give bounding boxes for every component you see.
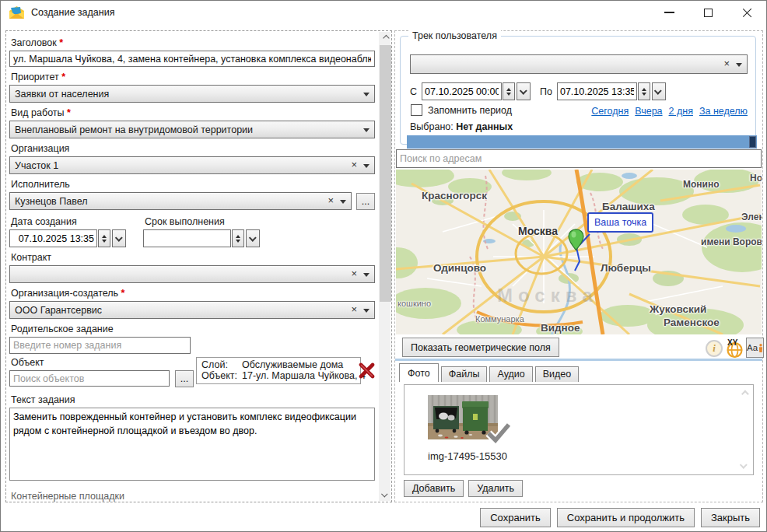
chevron-down-icon xyxy=(363,128,369,135)
map-town: Москва xyxy=(518,225,558,237)
clear-icon[interactable] xyxy=(351,270,357,278)
delete-photo-button[interactable]: Удалить xyxy=(468,480,523,497)
object-browse-button[interactable]: ... xyxy=(175,370,194,387)
track-user-select[interactable] xyxy=(410,54,748,74)
remember-period-checkbox[interactable] xyxy=(411,104,422,116)
remove-object-icon[interactable] xyxy=(358,362,375,380)
minimize-button[interactable] xyxy=(650,1,688,24)
parent-task-input[interactable] xyxy=(9,337,191,354)
contract-label: Контракт xyxy=(11,252,375,263)
creation-date-label: Дата создания xyxy=(11,216,135,227)
creation-date-calendar-button[interactable] xyxy=(112,229,126,247)
labels-toggle-button[interactable]: Aa xyxy=(746,338,764,358)
save-button[interactable]: Сохранить xyxy=(480,508,551,527)
title-input[interactable] xyxy=(9,51,375,67)
track-to-spinner[interactable] xyxy=(638,82,650,100)
contract-select[interactable] xyxy=(9,265,375,283)
scroll-down-icon[interactable] xyxy=(379,488,391,501)
map-town: Жуковский xyxy=(650,303,706,315)
parent-task-label: Родительское задание xyxy=(11,324,375,334)
add-photo-button[interactable]: Добавить xyxy=(404,480,464,497)
scroll-up-icon[interactable] xyxy=(379,32,391,44)
link-yesterday[interactable]: Вчера xyxy=(635,106,662,117)
link-week[interactable]: За неделю xyxy=(699,106,748,117)
due-date-calendar-button[interactable] xyxy=(246,229,260,247)
track-to-input[interactable] xyxy=(557,82,637,100)
slider-handle[interactable] xyxy=(749,136,756,148)
close-button[interactable] xyxy=(727,1,766,24)
link-2days[interactable]: 2 дня xyxy=(669,106,693,117)
organization-label: Организация xyxy=(11,143,375,154)
organization-select[interactable]: Участок 1 xyxy=(9,156,375,174)
layer-value: Обслуживаемые дома xyxy=(242,359,343,370)
tab-photo[interactable]: Фото xyxy=(399,363,439,382)
map-town: Ногинск xyxy=(750,173,762,184)
due-date-label: Срок выполнения xyxy=(145,216,260,227)
location-pin-icon[interactable] xyxy=(568,229,584,251)
track-from-calendar-button[interactable] xyxy=(517,82,531,100)
clear-icon[interactable] xyxy=(351,306,357,313)
close-icon xyxy=(742,8,752,18)
track-from-spinner[interactable] xyxy=(503,82,515,100)
due-date-spinner[interactable] xyxy=(232,229,244,247)
object-search-input[interactable] xyxy=(9,370,170,387)
show-geometry-button[interactable]: Показать геометрические поля xyxy=(402,338,559,357)
clear-icon[interactable] xyxy=(723,60,730,68)
executor-select[interactable]: Кузнецов Павел xyxy=(9,192,352,210)
chevron-down-icon xyxy=(363,93,369,100)
close-dialog-button[interactable]: Закрыть xyxy=(701,508,760,527)
form-scrollbar[interactable] xyxy=(379,32,391,501)
spin-up-icon xyxy=(236,233,240,238)
photo-selected-check-icon xyxy=(485,422,513,443)
selected-object-box: Слой:Обслуживаемые дома Объект:17-ул. Ма… xyxy=(196,357,361,384)
track-to-calendar-button[interactable] xyxy=(652,82,666,100)
tab-video[interactable]: Видео xyxy=(535,366,580,382)
user-track-title: Трек пользователя xyxy=(408,30,501,41)
due-date-input[interactable] xyxy=(143,229,231,247)
photo-scroll-down-icon[interactable] xyxy=(741,463,747,468)
app-envelope-icon xyxy=(9,6,24,19)
maximize-button[interactable] xyxy=(688,1,727,24)
clear-icon[interactable] xyxy=(327,197,334,205)
photo-caption: img-17495-15530 xyxy=(428,450,507,462)
work-type-label: Вид работы * xyxy=(11,107,375,118)
map-town: Видное xyxy=(541,322,580,334)
link-today[interactable]: Сегодня xyxy=(591,106,629,117)
object-label: Объект xyxy=(11,357,196,368)
photo-scroll-up-icon[interactable] xyxy=(741,391,747,397)
address-search-input[interactable] xyxy=(396,149,762,168)
xy-coordinates-globe-icon[interactable]: XY xyxy=(725,338,744,359)
chevron-down-icon xyxy=(248,234,256,242)
svg-text:XY: XY xyxy=(727,338,738,347)
scrollbar-thumb[interactable] xyxy=(380,45,392,302)
track-range-slider[interactable] xyxy=(407,135,757,149)
track-from-input[interactable] xyxy=(422,82,502,100)
creation-date-input[interactable] xyxy=(9,229,97,247)
minimize-icon xyxy=(664,12,674,12)
map-panel: Трек пользователя С По xyxy=(394,30,763,502)
task-text-area[interactable]: Заменить поврежденный контейнер и устано… xyxy=(9,408,375,481)
creation-date-spinner[interactable] xyxy=(98,229,110,247)
attachment-tabs: Фото Файлы Аудио Видео xyxy=(399,362,579,382)
title-bar: Создание задания xyxy=(1,1,766,24)
task-text-label: Текст задания xyxy=(11,394,375,405)
container-sites-label: Контейнерные площадки xyxy=(11,491,375,502)
clear-icon[interactable] xyxy=(351,161,357,169)
map-town: Коммунарка xyxy=(475,314,524,324)
executor-browse-button[interactable]: ... xyxy=(356,193,375,210)
priority-label: Приоритет * xyxy=(11,72,375,82)
object-key-label: Объект: xyxy=(201,370,242,381)
priority-select[interactable]: Заявки от населения xyxy=(9,85,375,103)
map-town: имени Воровского xyxy=(701,236,762,247)
tab-files[interactable]: Файлы xyxy=(441,366,488,382)
map[interactable]: Москва Красногорск Москва Балашиха Монин… xyxy=(396,170,762,334)
spin-down-icon xyxy=(236,240,240,245)
save-and-continue-button[interactable]: Сохранить и продолжить xyxy=(557,508,695,527)
track-to-label: По xyxy=(540,86,552,97)
work-type-select[interactable]: Внеплановый ремонт на внутридомовой терр… xyxy=(9,121,375,138)
info-icon[interactable]: i xyxy=(706,340,723,357)
spin-up-icon xyxy=(506,86,511,91)
tab-audio[interactable]: Аудио xyxy=(489,366,532,382)
creator-org-select[interactable]: ООО Гарантсервис xyxy=(9,301,375,319)
object-value: 17-ул. Маршала Чуйкова, 4 xyxy=(242,370,366,381)
